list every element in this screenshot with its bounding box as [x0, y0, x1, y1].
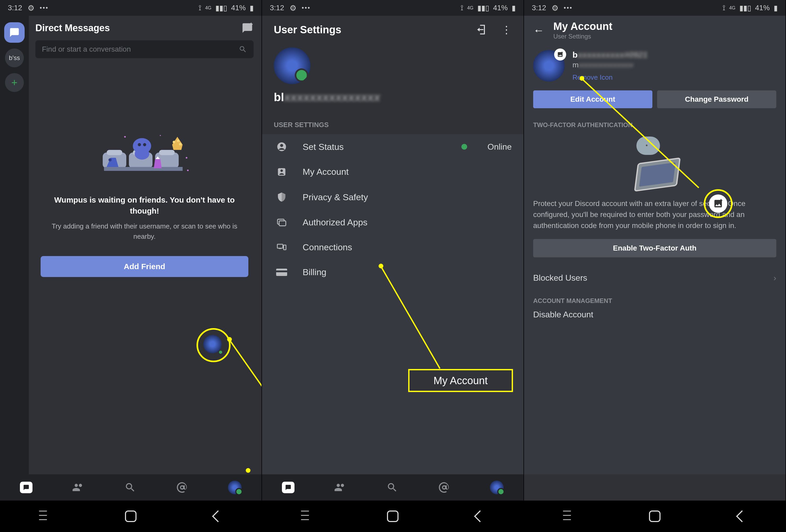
annotation-dot [378, 264, 383, 268]
avatar[interactable] [274, 47, 310, 84]
row-disable-account[interactable]: Disable Account [524, 306, 785, 323]
svg-point-13 [179, 143, 182, 145]
wifi-icon: ⟟ [461, 4, 463, 12]
nav-friends[interactable] [72, 481, 85, 494]
row-blocked-users[interactable]: Blocked Users › [524, 265, 785, 291]
battery-icon: ▮ [512, 4, 516, 12]
row-set-status[interactable]: Set Status Online [262, 134, 524, 159]
gear-icon: ⚙ [290, 3, 297, 13]
add-server-button[interactable]: + [5, 73, 24, 92]
svg-point-16 [160, 135, 161, 136]
change-password-button[interactable]: Change Password [657, 90, 776, 108]
bottom-nav [262, 475, 524, 501]
nav-discord[interactable] [20, 482, 32, 493]
page-title: Direct Messages [36, 23, 110, 33]
server-item[interactable]: b'ss [5, 48, 24, 67]
sys-home[interactable] [120, 508, 141, 524]
edit-account-button[interactable]: Edit Account [533, 90, 652, 108]
svg-rect-6 [104, 167, 183, 171]
status-time: 3:12 [270, 4, 284, 12]
account-email: mxxxxxxxxxxxxxxx [573, 61, 776, 69]
add-friend-button[interactable]: Add Friend [41, 256, 248, 277]
enable-tfa-button[interactable]: Enable Two-Factor Auth [533, 239, 776, 257]
label: Privacy & Safety [303, 192, 512, 202]
back-arrow-icon[interactable]: ← [533, 24, 544, 37]
overflow-icon[interactable]: ⋮ [501, 24, 512, 36]
tfa-section: TWO-FACTOR AUTHENTICATION Protect your D… [524, 116, 785, 265]
system-nav: ||| [0, 501, 261, 532]
svg-rect-27 [284, 245, 286, 250]
new-message-icon[interactable] [241, 22, 254, 34]
page-title: My Account [553, 20, 776, 32]
annotation-dot [580, 76, 584, 81]
svg-point-17 [186, 157, 187, 159]
devices-icon [274, 243, 290, 252]
wumpus-illustration [95, 126, 194, 179]
network-icon: 4G [205, 5, 211, 11]
sys-back[interactable] [732, 508, 753, 524]
tfa-description: Protect your Discord account with an ext… [533, 198, 776, 231]
account-icon [274, 167, 290, 177]
status-bar: 3:12 ⚙ ••• ⟟ 4G ▮▮▯ 41% ▮ [524, 0, 785, 16]
row-billing[interactable]: Billing [262, 260, 524, 285]
card-icon [274, 268, 290, 276]
annotation-circle [196, 328, 231, 362]
sys-back[interactable] [208, 508, 229, 524]
row-authorized[interactable]: Authorized Apps [262, 210, 524, 235]
nav-profile[interactable] [490, 481, 504, 494]
sys-recent[interactable]: ||| [557, 508, 578, 524]
dm-bubble[interactable] [4, 22, 25, 43]
header: ← My Account User Settings [524, 16, 785, 45]
system-nav: ||| [262, 501, 524, 532]
sys-recent[interactable]: ||| [33, 508, 54, 524]
profile-section: blxxxxxxxxxxxxxxx [262, 41, 524, 113]
svg-point-10 [143, 143, 146, 146]
section-header: ACCOUNT MANAGEMENT [524, 291, 785, 306]
label: Billing [303, 267, 512, 277]
apps-icon [274, 217, 290, 228]
sys-home[interactable] [382, 508, 403, 524]
battery-text: 41% [755, 4, 770, 12]
page-subtitle: User Settings [553, 33, 776, 40]
svg-point-12 [177, 139, 180, 142]
annotation-dot [227, 337, 232, 342]
sys-back[interactable] [469, 508, 490, 524]
sys-recent[interactable]: ||| [295, 508, 316, 524]
nav-friends[interactable] [334, 481, 347, 494]
label: Authorized Apps [303, 217, 512, 228]
avatar[interactable] [533, 50, 564, 82]
search-input[interactable] [42, 45, 235, 53]
nav-search[interactable] [124, 482, 136, 493]
remove-icon-link[interactable]: Remove Icon [573, 73, 776, 82]
nav-search[interactable] [387, 482, 398, 493]
sys-home[interactable] [644, 508, 665, 524]
svg-point-22 [280, 169, 283, 172]
shield-icon [274, 191, 290, 203]
screen-my-account: 3:12 ⚙ ••• ⟟ 4G ▮▮▯ 41% ▮ ← My Account U… [524, 0, 786, 532]
row-my-account[interactable]: My Account [262, 159, 524, 184]
svg-rect-26 [279, 248, 281, 249]
battery-icon: ▮ [774, 4, 778, 12]
empty-title: Wumpus is waiting on friends. You don't … [41, 194, 248, 216]
screen-user-settings: 3:12 ⚙ ••• ⟟ 4G ▮▮▯ 41% ▮ User Settings … [262, 0, 524, 532]
status-bar: 3:12 ⚙ ••• ⟟ 4G ▮▮▯ 41% ▮ [262, 0, 524, 16]
nav-profile[interactable] [228, 481, 241, 494]
annotation-box: My Account [408, 369, 513, 392]
battery-text: 41% [231, 4, 246, 12]
svg-rect-29 [276, 271, 287, 272]
nav-mentions[interactable] [438, 481, 450, 494]
nav-discord[interactable] [282, 482, 295, 493]
nav-mentions[interactable] [176, 481, 188, 494]
signal-icon: ▮▮▯ [215, 4, 227, 12]
svg-point-9 [138, 143, 141, 146]
row-connections[interactable]: Connections [262, 235, 524, 260]
search-box[interactable] [36, 40, 254, 58]
upload-image-icon[interactable] [554, 48, 566, 61]
logout-icon[interactable] [475, 24, 487, 36]
more-icon: ••• [564, 4, 573, 11]
annotation-dot [246, 468, 251, 473]
svg-point-14 [109, 158, 112, 161]
row-privacy[interactable]: Privacy & Safety [262, 184, 524, 210]
username: blxxxxxxxxxxxxxxx [274, 91, 512, 104]
account-card: bxxxxxxxxxx#0921 mxxxxxxxxxxxxxxx Remove… [524, 45, 785, 116]
